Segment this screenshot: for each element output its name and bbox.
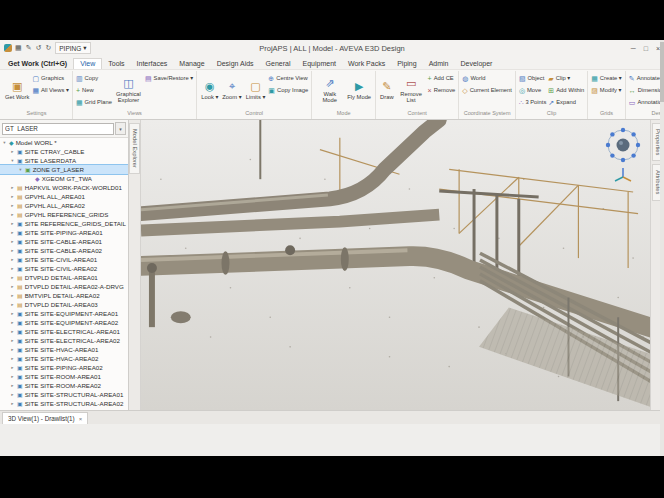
ribbon-button[interactable]: ◎ Move [518, 84, 547, 96]
tree-item[interactable]: ▸ ▤ GPVHL ALL_AREA02 [0, 201, 128, 210]
expander-icon[interactable]: ▸ [10, 275, 15, 280]
tree-item[interactable]: ▸ ▣ SITE SITE-PIPING-AREA01 [0, 228, 128, 237]
quick-access-piping-dropdown[interactable]: PIPING ▾ [55, 42, 90, 54]
expander-icon[interactable]: ▸ [10, 329, 15, 334]
ribbon-button[interactable]: ⊞ Add Within [547, 84, 585, 96]
ribbon-button[interactable]: ▤ Save/Restore ▾ [144, 72, 194, 84]
expander-icon[interactable]: ▸ [10, 239, 15, 244]
tree-item[interactable]: ▸ ▣ SITE SITE-CABLE-AREA01 [0, 237, 128, 246]
ribbon-button[interactable]: ▰ Clip ▾ [547, 72, 585, 84]
expander-icon[interactable]: ▸ [10, 293, 15, 298]
expander-icon[interactable]: ▸ [10, 149, 15, 154]
tree-item[interactable]: ▸ ▣ SITE SITE-CIVIL-AREA02 [0, 264, 128, 273]
redo-icon[interactable]: ↻ [45, 44, 51, 52]
expander-icon[interactable]: ▸ [10, 212, 15, 217]
ribbon-button[interactable]: ▭ Annotations ▾ [628, 96, 664, 108]
ribbon-button[interactable]: ▦ Grid Plane [75, 96, 113, 108]
ribbon-button[interactable]: ▦ Create ▾ [590, 72, 623, 84]
tree-item[interactable]: ▾ ◆ Model WORL * [0, 138, 128, 147]
ribbon-button[interactable]: ▥ Copy [75, 72, 113, 84]
ribbon-button[interactable]: ◇ Current Element [461, 84, 513, 96]
ribbon-tab[interactable]: Interfaces [131, 59, 174, 69]
ribbon-button[interactable]: ▢ Limits ▾ [244, 72, 268, 109]
tree-item[interactable]: ▸ ▣ SITE SITE-STRUCTURAL-AREA01 [0, 390, 128, 399]
expander-icon[interactable]: ▸ [10, 302, 15, 307]
ribbon-button[interactable]: ▢ Graphics [31, 72, 70, 84]
ribbon-tab[interactable]: General [260, 59, 297, 69]
minimize-button[interactable]: ─ [631, 45, 636, 52]
model-icon[interactable]: ▦ [15, 44, 22, 52]
ribbon-tab[interactable]: Developer [455, 59, 499, 69]
tree-item[interactable]: ▸ ▤ DTVPLD DETAIL-AREA02-A-DRVG [0, 282, 128, 291]
expander-icon[interactable]: ▸ [10, 383, 15, 388]
expander-icon[interactable]: ▸ [10, 230, 15, 235]
ribbon-button[interactable]: ▶ Fly Mode [345, 72, 373, 109]
explorer-search-input[interactable] [2, 123, 114, 135]
ribbon-button[interactable]: ▭ Remove List [396, 72, 427, 109]
ribbon-button[interactable]: ▣ Copy Image [267, 84, 309, 96]
ribbon-tab[interactable]: Tools [102, 59, 130, 69]
tree-item[interactable]: ▸ ▣ SITE SITE-STRUCTURAL-AREA03 [0, 408, 128, 410]
tree-item[interactable]: ▸ ▣ SITE SITE-HVAC-AREA01 [0, 345, 128, 354]
ribbon-button[interactable]: ▣ Get Work [3, 72, 31, 109]
navigation-compass[interactable] [603, 125, 643, 183]
expander-icon[interactable]: ▸ [10, 266, 15, 271]
ribbon-tab[interactable]: Get Work (Ctrl+G) [2, 59, 73, 69]
edit-icon[interactable]: ✎ [26, 44, 32, 52]
view-tab-3d-view[interactable]: 3D View(1) - Drawlist(1) × [2, 412, 88, 424]
ribbon-button[interactable]: ✎ Draw [378, 72, 396, 109]
tree-item[interactable]: ▸ ▣ SITE SITE-ELECTRICAL-AREA01 [0, 327, 128, 336]
ribbon-button[interactable]: ◉ Look ▾ [199, 72, 220, 109]
expander-icon[interactable]: ▸ [10, 365, 15, 370]
expander-icon[interactable]: ▸ [10, 392, 15, 397]
ribbon-button[interactable]: ⇗ Walk Mode [314, 72, 345, 109]
tree-item[interactable]: ▸ ▣ SITE SITE-CABLE-AREA02 [0, 246, 128, 255]
tree-item[interactable]: ▸ ▣ SITE SITE-PIPING-AREA02 [0, 363, 128, 372]
ribbon-button[interactable]: ⊕ Centre View [267, 72, 309, 84]
tree-item[interactable]: ▸ ▣ SITE SITE-ROOM-AREA02 [0, 381, 128, 390]
ribbon-button[interactable]: ↗ Expand [547, 96, 585, 108]
ribbon-tab[interactable]: View [73, 58, 102, 69]
expander-icon[interactable]: ▸ [10, 374, 15, 379]
tree-item[interactable]: ▸ ▣ SITE SITE-EQUIPMENT-AREA02 [0, 318, 128, 327]
tree-item[interactable]: ▸ ▣ SITE SITE-STRUCTURAL-AREA02 [0, 399, 128, 408]
ribbon-button[interactable]: ◍ World [461, 72, 513, 84]
tree-item[interactable]: ▸ ▣ SITE CTRAY_CABLE [0, 147, 128, 156]
expander-icon[interactable]: ▸ [10, 320, 15, 325]
expander-icon[interactable]: ▸ [10, 257, 15, 262]
ribbon-button[interactable]: ✎ Annotate ▾ [628, 72, 664, 84]
expander-icon[interactable]: ▸ [10, 356, 15, 361]
tree-item[interactable]: ▾ ▣ ZONE GT_LASER [0, 165, 128, 174]
tree-item[interactable]: ◆ XGEOM GT_TWA [0, 174, 128, 183]
tree-item[interactable]: ▸ ▤ DTVPLD DETAIL-AREA03 [0, 300, 128, 309]
tree-scrollbar[interactable] [660, 40, 664, 456]
tree-item[interactable]: ▸ ▤ BMTVIPL DETAIL-AREA02 [0, 291, 128, 300]
ribbon-button[interactable]: ⌖ Zoom ▾ [220, 72, 243, 109]
tree-item[interactable]: ▸ ▣ SITE REFERENCE_GRIDS_DETAIL [0, 219, 128, 228]
expander-icon[interactable]: ▸ [10, 311, 15, 316]
expander-icon[interactable]: ▸ [10, 185, 15, 190]
tree-item[interactable]: ▸ ▤ GPVHL ALL_AREA01 [0, 192, 128, 201]
ribbon-tab[interactable]: Equipment [297, 59, 342, 69]
ribbon-tab[interactable]: Piping [391, 59, 422, 69]
tree-item[interactable]: ▸ ▣ SITE SITE-ELECTRICAL-AREA02 [0, 336, 128, 345]
expander-icon[interactable]: ▾ [18, 167, 23, 172]
expander-icon[interactable]: ▸ [10, 347, 15, 352]
maximize-button[interactable]: □ [644, 45, 648, 52]
expander-icon[interactable]: ▸ [10, 203, 15, 208]
point-cloud-render[interactable] [141, 120, 650, 410]
ribbon-button[interactable]: ∴ 3 Points [518, 96, 547, 108]
expander-icon[interactable]: ▸ [10, 284, 15, 289]
ribbon-tab[interactable]: Design Aids [211, 59, 260, 69]
expander-icon[interactable]: ▾ [10, 158, 15, 163]
expander-icon[interactable]: ▸ [10, 248, 15, 253]
explorer-search-dropdown-icon[interactable]: ▾ [115, 122, 126, 135]
ribbon-button[interactable]: ◫ Graphical Explorer [113, 72, 144, 109]
tree-item[interactable]: ▾ ▣ SITE LASERDATA [0, 156, 128, 165]
ribbon-tab[interactable]: Manage [173, 59, 210, 69]
undo-icon[interactable]: ↺ [36, 44, 42, 52]
expander-icon[interactable]: ▸ [10, 401, 15, 406]
ribbon-button[interactable]: ▧ Object [518, 72, 547, 84]
ribbon-tab[interactable]: Work Packs [342, 59, 391, 69]
tree-item[interactable]: ▸ ▣ SITE SITE-ROOM-AREA01 [0, 372, 128, 381]
